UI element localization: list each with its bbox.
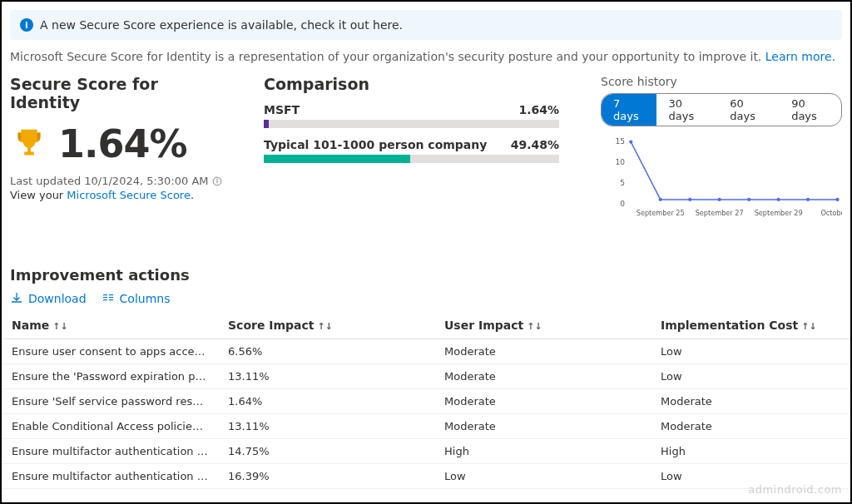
cell-user-impact: High	[434, 439, 651, 464]
comparison-bar	[264, 155, 559, 163]
score-history-chart: 051015September 25September 27September …	[601, 133, 842, 225]
comparison-name: MSFT	[264, 103, 300, 116]
cell-implementation-cost: Low	[651, 339, 850, 364]
description-text: Microsoft Secure Score for Identity is a…	[10, 50, 765, 63]
svg-text:5: 5	[620, 179, 625, 187]
score-history-title: Score history	[601, 75, 842, 88]
svg-rect-21	[103, 297, 107, 298]
improvement-actions-title: Improvement actions	[10, 266, 842, 284]
sort-icon: ↑↓	[801, 321, 816, 332]
cell-implementation-cost: High	[651, 439, 850, 464]
description-line: Microsoft Secure Score for Identity is a…	[10, 50, 842, 63]
svg-point-13	[806, 198, 810, 201]
column-header-name[interactable]: Name↑↓	[2, 312, 218, 339]
table-row[interactable]: Ensure the 'Password expiration policy' …	[2, 364, 850, 389]
cell-implementation-cost: Low	[651, 364, 850, 389]
comparison-bar	[264, 120, 559, 128]
cell-score-impact: 13.11%	[218, 414, 434, 439]
comparison-panel: Comparison MSFT1.64%Typical 101-1000 per…	[264, 75, 559, 225]
secure-score-panel: Secure Score for Identity 1.64% Last upd…	[10, 75, 222, 225]
view-score-line: View your Microsoft Secure Score.	[10, 189, 222, 201]
columns-icon	[102, 292, 115, 305]
comparison-value: 1.64%	[518, 103, 559, 116]
watermark: admindroid.com	[748, 483, 842, 496]
cell-score-impact: 1.64%	[218, 389, 434, 414]
table-row[interactable]: Ensure user consent to apps accessing co…	[2, 339, 850, 364]
svg-text:15: 15	[615, 137, 625, 146]
column-header-user-impact[interactable]: User Impact↑↓	[434, 312, 651, 339]
comparison-row: Typical 101-1000 person company49.48%	[264, 138, 559, 163]
column-header-implementation-cost[interactable]: Implementation Cost↑↓	[651, 312, 850, 339]
secure-score-title: Secure Score for Identity	[10, 75, 222, 111]
cell-name: Ensure multifactor authentication is ena…	[2, 439, 218, 464]
cell-score-impact: 16.39%	[218, 464, 434, 489]
svg-text:September 27: September 27	[696, 209, 744, 217]
cell-score-impact: 13.11%	[218, 364, 434, 389]
history-range-tabs: 7 days30 days60 days90 days	[601, 93, 842, 126]
sort-icon: ↑↓	[318, 321, 333, 332]
comparison-value: 49.48%	[511, 138, 559, 151]
cell-score-impact: 6.56%	[218, 339, 434, 364]
cell-user-impact: Moderate	[434, 414, 651, 439]
svg-rect-2	[216, 180, 217, 183]
info-icon: i	[20, 18, 33, 32]
svg-point-8	[659, 198, 662, 201]
cell-implementation-cost: Moderate	[651, 389, 850, 414]
table-row[interactable]: Ensure 'Self service password reset enab…	[2, 389, 850, 414]
comparison-title: Comparison	[264, 75, 559, 93]
banner-text: A new Secure Score experience is availab…	[40, 18, 403, 32]
cell-user-impact: Low	[434, 464, 651, 489]
download-button[interactable]: Download	[10, 292, 87, 305]
cell-user-impact: Moderate	[434, 389, 651, 414]
svg-rect-20	[109, 294, 113, 295]
cell-name: Ensure the 'Password expiration policy' …	[2, 364, 218, 389]
cell-name: Ensure multifactor authentication is ena…	[2, 464, 218, 489]
cell-user-impact: Moderate	[434, 339, 651, 364]
svg-rect-19	[103, 294, 107, 295]
cell-user-impact: Moderate	[434, 364, 651, 389]
download-icon	[10, 292, 23, 305]
svg-point-14	[835, 198, 839, 201]
svg-text:October 1: October 1	[820, 209, 842, 217]
cell-implementation-cost: Moderate	[651, 414, 850, 439]
svg-rect-24	[109, 299, 113, 300]
comparison-name: Typical 101-1000 person company	[264, 138, 487, 151]
score-value: 1.64%	[58, 121, 187, 166]
svg-text:10: 10	[615, 158, 625, 166]
improvement-actions-table: Name↑↓ Score Impact↑↓ User Impact↑↓ Impl…	[2, 312, 850, 489]
history-tab[interactable]: 60 days	[718, 94, 780, 126]
history-tab[interactable]: 30 days	[656, 94, 718, 126]
svg-rect-22	[109, 297, 113, 298]
comparison-row: MSFT1.64%	[264, 103, 559, 128]
svg-point-12	[777, 198, 780, 201]
table-row[interactable]: Ensure multifactor authentication is ena…	[2, 464, 850, 489]
table-row[interactable]: Enable Conditional Access policies to bl…	[2, 414, 850, 439]
trophy-icon	[10, 125, 48, 163]
history-tab[interactable]: 7 days	[602, 94, 656, 126]
svg-point-11	[747, 198, 750, 201]
sort-icon: ↑↓	[52, 321, 67, 332]
learn-more-link[interactable]: Learn more.	[765, 50, 835, 63]
svg-point-1	[216, 179, 217, 180]
column-header-score-impact[interactable]: Score Impact↑↓	[218, 312, 434, 339]
svg-point-9	[688, 198, 691, 201]
info-outline-icon	[212, 176, 222, 186]
svg-text:0: 0	[620, 200, 625, 208]
cell-score-impact: 14.75%	[218, 439, 434, 464]
history-tab[interactable]: 90 days	[780, 94, 841, 126]
cell-name: Ensure user consent to apps accessing co…	[2, 339, 218, 364]
last-updated: Last updated 10/1/2024, 5:30:00 AM	[10, 175, 222, 187]
svg-point-10	[718, 198, 721, 201]
cell-name: Enable Conditional Access policies to bl…	[2, 414, 218, 439]
svg-text:September 29: September 29	[755, 209, 803, 217]
view-secure-score-link[interactable]: Microsoft Secure Score	[67, 189, 191, 201]
table-row[interactable]: Ensure multifactor authentication is ena…	[2, 439, 850, 464]
svg-rect-23	[103, 299, 107, 300]
svg-point-7	[629, 141, 632, 144]
score-history-panel: Score history 7 days30 days60 days90 day…	[601, 75, 842, 225]
columns-button[interactable]: Columns	[102, 292, 171, 305]
info-banner[interactable]: i A new Secure Score experience is avail…	[10, 10, 842, 40]
cell-name: Ensure 'Self service password reset enab…	[2, 389, 218, 414]
svg-text:September 25: September 25	[637, 209, 685, 217]
sort-icon: ↑↓	[527, 321, 542, 332]
